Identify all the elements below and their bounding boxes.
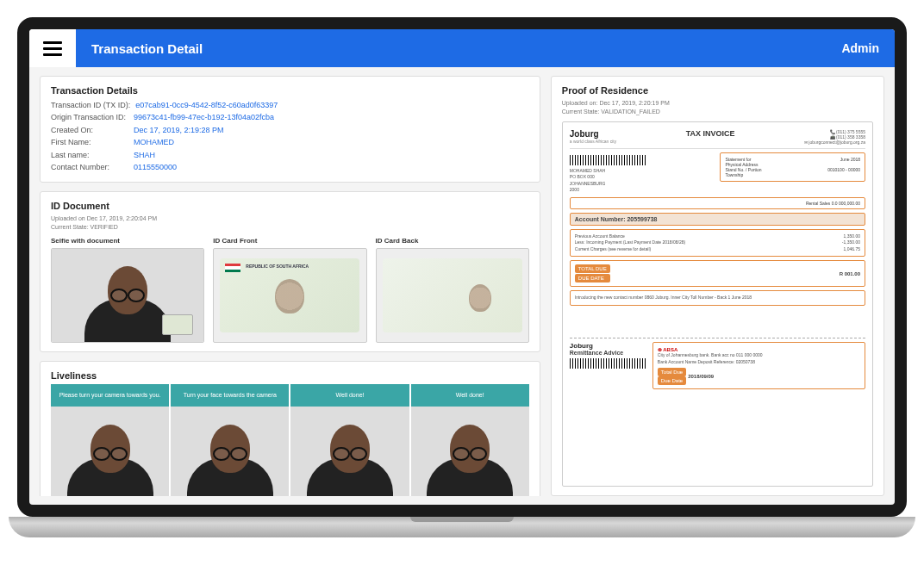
remit-logo: Joburg <box>570 342 647 350</box>
invoice-header: Joburg a world class African city TAX IN… <box>570 129 865 149</box>
balance-line: Less: Incoming Payment (Last Payment Dat… <box>575 239 685 246</box>
selfie-with-doc-image[interactable] <box>51 248 204 343</box>
detail-value: 99673c41-fb99-47ec-b192-13f04a02fcba <box>134 111 529 123</box>
balance-line: Current Charges (see reverse for detail) <box>575 246 651 253</box>
card-meta: Uploaded on Dec 17, 2019, 2:20:04 PM Cur… <box>51 214 529 232</box>
invoice-account-row: Account Number: 205599738 <box>570 213 865 226</box>
detail-label: Transaction ID (TX ID): <box>51 99 130 111</box>
invoice-title: TAX INVOICE <box>686 129 735 145</box>
liveness-image[interactable] <box>411 407 529 496</box>
state-meta: Current State: VALIDATION_FAILED <box>562 108 873 116</box>
invoice-logo: Joburg <box>570 129 616 139</box>
detail-row: Transaction ID (TX ID):e07cab91-0cc9-454… <box>51 99 529 111</box>
invoice-account-label: Account Number: 205599738 <box>575 216 658 222</box>
state-meta: Current State: VERIFIED <box>51 223 529 232</box>
invoice-document[interactable]: Joburg a world class African city TAX IN… <box>562 121 873 487</box>
remit-due-date: 2018/09/09 <box>688 374 714 379</box>
card-title: ID Document <box>51 201 529 211</box>
detail-value: 0115550000 <box>134 161 529 173</box>
detail-label: First Name: <box>51 136 128 148</box>
inv-meta-value: June 2018 <box>840 157 860 162</box>
invoice-balance-block: Previous Account Balance1,350.00 Less: I… <box>570 229 865 258</box>
uploaded-meta: Uploaded on: Dec 17, 2019, 2:20:19 PM <box>562 99 873 108</box>
balance-amount: 1,350.00 <box>844 233 860 240</box>
card-title: Liveliness <box>51 370 529 381</box>
proof-of-residence-card: Proof of Residence Uploaded on: Dec 17, … <box>551 76 884 496</box>
page-title: Transaction Detail <box>91 41 203 56</box>
detail-label: Origin Transaction ID: <box>51 111 128 123</box>
id-col-front: ID Card Front REPUBLIC OF SOUTH AFRICA <box>213 237 366 343</box>
balance-amount: -1,350.00 <box>842 239 860 246</box>
user-menu[interactable]: Admin <box>841 41 879 55</box>
card-title: Proof of Residence <box>562 85 873 96</box>
detail-row: Created On:Dec 17, 2019, 2:19:28 PM <box>51 124 529 136</box>
liveness-step: Well done! <box>411 384 529 496</box>
id-card-header: REPUBLIC OF SOUTH AFRICA <box>246 264 309 269</box>
detail-value: MOHAMED <box>134 136 529 148</box>
laptop-mockup: Transaction Detail Admin Transaction Det… <box>17 17 907 537</box>
liveness-step: Turn your face towards the camera <box>171 384 289 496</box>
liveness-instruction: Well done! <box>411 384 529 407</box>
remit-due-badge: Due Date <box>658 376 686 385</box>
app-header-row: Transaction Detail Admin <box>29 29 895 67</box>
detail-value: SHAH <box>134 149 529 161</box>
card-meta: Uploaded on: Dec 17, 2019, 2:20:19 PM Cu… <box>562 99 873 116</box>
liveness-instruction: Turn your face towards the camera <box>171 384 289 407</box>
hamburger-menu-icon[interactable] <box>43 41 62 56</box>
barcode-icon <box>570 155 647 165</box>
laptop-base <box>9 517 915 537</box>
due-date-badge: DUE DATE <box>575 274 610 282</box>
barcode-icon <box>570 358 647 369</box>
liveness-instruction: Well done! <box>290 384 409 407</box>
liveness-image[interactable] <box>290 407 409 496</box>
detail-label: Created On: <box>51 124 128 136</box>
app-header-bar: Transaction Detail Admin <box>76 29 895 67</box>
id-col-selfie: Selfie with document <box>51 237 204 343</box>
id-col-title: ID Card Front <box>213 237 366 245</box>
app-body: Transaction Details Transaction ID (TX I… <box>29 67 895 505</box>
invoice-note: Introducing the new contact number 0860 … <box>570 290 865 306</box>
liveness-image[interactable] <box>171 407 289 496</box>
liveness-image[interactable] <box>51 407 169 496</box>
right-column: Proof of Residence Uploaded on: Dec 17, … <box>551 76 884 496</box>
detail-value: Dec 17, 2019, 2:19:28 PM <box>134 124 529 136</box>
detail-row: Contact Number:0115550000 <box>51 161 529 173</box>
inv-meta-value: 0010100 - 00000 <box>827 167 860 172</box>
detail-row: First Name:MOHAMED <box>51 136 529 148</box>
detail-rows: Transaction ID (TX ID):e07cab91-0cc9-454… <box>51 99 529 173</box>
card-title: Transaction Details <box>51 85 529 96</box>
id-images-row: Selfie with document ID Card Front <box>51 237 529 343</box>
detail-label: Last name: <box>51 149 128 161</box>
liveness-step: Well done! <box>290 384 409 496</box>
liveness-instruction: Please turn your camera towards you. <box>51 384 169 407</box>
detail-row: Last name:SHAH <box>51 149 529 161</box>
invoice-email: joburgconnect@joburg.org.za <box>808 140 865 145</box>
balance-line: Previous Account Balance <box>575 233 625 240</box>
balance-amount: 1,046.75 <box>844 246 860 253</box>
hamburger-wrap <box>29 29 76 67</box>
id-col-title: ID Card Back <box>376 237 529 245</box>
detail-value: e07cab91-0cc9-4542-8f52-c60ad0f63397 <box>135 99 529 111</box>
detail-label: Contact Number: <box>51 161 128 173</box>
liveness-grid: Please turn your camera towards you. Tur… <box>51 384 529 496</box>
liveness-step: Please turn your camera towards you. <box>51 384 169 496</box>
id-col-back: ID Card Back <box>376 237 529 343</box>
liveness-card: Liveliness Please turn your camera towar… <box>40 361 540 496</box>
invoice-rental-label: Rental Sales 0.0 000,000.00 <box>806 201 860 206</box>
detail-row: Origin Transaction ID:99673c41-fb99-47ec… <box>51 111 529 123</box>
remittance-section: Joburg Remittance Advice ⊗ ABSA City of … <box>570 338 865 389</box>
id-document-card: ID Document Uploaded on Dec 17, 2019, 2:… <box>40 191 540 352</box>
id-front-image[interactable]: REPUBLIC OF SOUTH AFRICA <box>213 248 366 343</box>
left-column: Transaction Details Transaction ID (TX I… <box>40 76 540 496</box>
inv-meta-label: Township <box>725 172 743 177</box>
remit-title: Remittance Advice <box>570 350 647 356</box>
invoice-rental-row: Rental Sales 0.0 000,000.00 <box>570 197 865 209</box>
total-due-badge: TOTAL DUE <box>575 264 610 273</box>
remit-total-badge: Total Due <box>658 368 686 376</box>
transaction-details-card: Transaction Details Transaction ID (TX I… <box>40 76 540 183</box>
uploaded-meta: Uploaded on Dec 17, 2019, 2:20:04 PM <box>51 214 529 223</box>
id-col-title: Selfie with document <box>51 237 204 245</box>
id-back-image[interactable] <box>376 248 529 343</box>
screen: Transaction Detail Admin Transaction Det… <box>17 17 907 517</box>
